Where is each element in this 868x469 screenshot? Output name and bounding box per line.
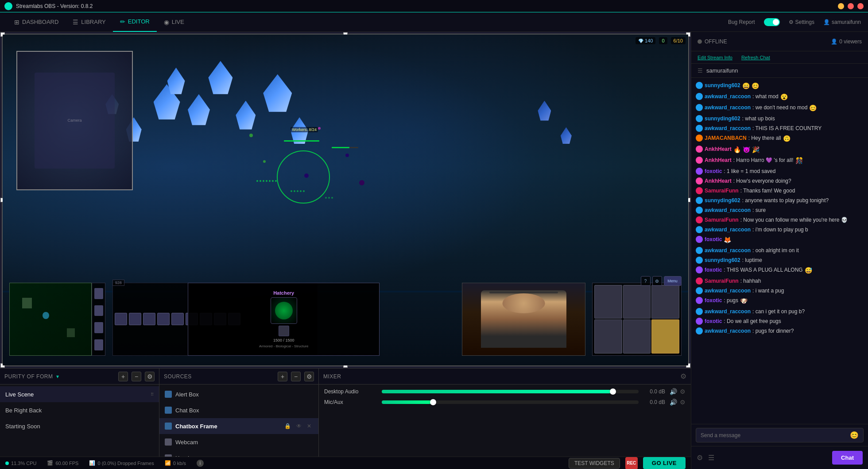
close-button[interactable] <box>857 3 864 9</box>
game-preview: Workers: 8/24 <box>3 35 688 365</box>
chat-username: awkward_raccoon <box>705 226 751 234</box>
mixer-panel: MIXER ⚙ Desktop Audio 0.0 dB 🔊 <box>319 369 691 457</box>
chat-avatar <box>696 168 703 175</box>
source-item-chatboxframe[interactable]: Chatbox Frame 🔒 👁 ✕ <box>159 418 318 434</box>
test-widgets-button[interactable]: TEST WIDGETS <box>569 458 620 469</box>
scene-remove-button[interactable]: − <box>132 372 141 381</box>
source-settings-button[interactable]: ⚙ <box>304 372 314 381</box>
chat-emote: 🐶 <box>740 296 748 306</box>
chat-username: foxotic <box>705 266 722 274</box>
settings-button[interactable]: ⚙ Settings <box>789 19 814 25</box>
nav-dashboard[interactable]: ⊞ DASHBOARD <box>7 12 66 32</box>
app-title: Streamlabs OBS - Version: 0.8.2 <box>16 3 93 9</box>
mixer-panel-header: MIXER ⚙ <box>319 369 691 384</box>
mic-aux-track[interactable] <box>382 400 639 404</box>
source-delete-button[interactable]: ✕ <box>305 422 313 430</box>
chat-message-input[interactable] <box>701 432 850 438</box>
cpu-indicator <box>5 461 9 465</box>
bug-report-label[interactable]: Bug Report <box>728 19 755 25</box>
toggle-knob <box>773 19 779 25</box>
source-item-chatbox[interactable]: Chat Box <box>159 402 318 418</box>
record-button[interactable]: REC <box>625 457 638 469</box>
source-item-alertbox[interactable]: Alert Box <box>159 386 318 402</box>
username-button[interactable]: 👤 samuraifunn <box>823 19 861 25</box>
chat-emote: 🦊 <box>724 235 731 245</box>
toggle-switch[interactable] <box>764 18 780 26</box>
desktop-settings-button[interactable]: ⚙ <box>680 388 686 395</box>
chat-avatar <box>696 327 703 334</box>
mic-settings-button[interactable]: ⚙ <box>680 399 686 406</box>
chat-avatar <box>696 308 703 315</box>
chat-username: foxotic <box>705 317 722 325</box>
scene-add-button[interactable]: + <box>118 372 128 381</box>
window-controls <box>838 3 864 9</box>
scene-panel: PURITY OF FORM ▾ + − ⚙ Live Scene ⠿ Be R… <box>0 369 159 457</box>
scene-settings-button[interactable]: ⚙ <box>145 372 155 381</box>
unit-icon-bar <box>92 283 105 356</box>
nav-library[interactable]: ☰ LIBRARY <box>66 12 112 32</box>
chat-settings-icon[interactable]: ⚙ <box>697 454 703 462</box>
bitrate-icon: 📶 <box>165 460 171 466</box>
game-inset-camera: Camera <box>16 51 133 190</box>
chat-message: foxotic🦊 <box>696 235 864 245</box>
scene-panel-title: PURITY OF FORM ▾ <box>4 373 115 380</box>
mic-mute-button[interactable]: 🔊 <box>670 399 677 406</box>
maximize-button[interactable] <box>848 3 854 9</box>
chat-avatar <box>696 287 703 294</box>
game-hud-top: 💎 140 0 6/10 <box>636 37 686 44</box>
hp-bar-1 <box>284 140 319 142</box>
chat-text: : luptime <box>742 256 762 264</box>
chat-text: : pugs for dinner? <box>752 327 794 335</box>
chat-text: : can i get it on pug b? <box>752 308 805 315</box>
chat-username: SamuraiFunn <box>705 187 739 195</box>
minimize-button[interactable] <box>838 3 844 9</box>
info-icon: ℹ <box>197 460 204 467</box>
chat-message: AnkhHeart: How's everyone doing? <box>696 177 864 185</box>
chat-text: : Thanks fam! We good <box>740 187 795 195</box>
chat-avatar <box>696 115 703 122</box>
channel-icon: ☰ <box>698 67 703 74</box>
offline-dot <box>698 39 702 44</box>
settings-icon: ⚙ <box>789 19 794 25</box>
chat-button[interactable]: Chat <box>832 451 863 465</box>
unit-dot-2 <box>263 160 266 163</box>
edit-stream-info-link[interactable]: Edit Stream Info <box>698 55 732 60</box>
chat-avatar <box>696 216 703 223</box>
titlebar: Streamlabs OBS - Version: 0.8.2 <box>0 0 868 12</box>
building-info: Hatchery 1500 / 1500 Armored - Biologica… <box>188 283 380 356</box>
mixer-settings-button[interactable]: ⚙ <box>680 372 686 381</box>
source-lock-button[interactable]: 🔒 <box>283 422 293 430</box>
chat-message: awkward_raccoon: THIS IS A FREE COUNTRY <box>696 124 864 132</box>
chat-list-icon[interactable]: ☰ <box>708 454 714 462</box>
source-remove-button[interactable]: − <box>291 372 301 381</box>
chat-text: : pugs <box>724 296 738 304</box>
desktop-audio-track[interactable] <box>382 390 639 393</box>
scene-item-starting-soon[interactable]: Starting Soon <box>0 418 159 434</box>
nav-editor[interactable]: ✏ EDITOR <box>113 12 157 32</box>
chat-text: : hahhah <box>740 277 761 285</box>
nav-live[interactable]: ◉ LIVE <box>157 12 191 32</box>
crystal-2 <box>167 68 185 94</box>
sources-panel-header: SOURCES + − ⚙ <box>159 369 318 384</box>
chat-username: awkward_raccoon <box>705 246 751 254</box>
source-visibility-button[interactable]: 👁 <box>294 422 303 430</box>
emoji-button[interactable]: 😊 <box>850 431 859 439</box>
refresh-chat-link[interactable]: Refresh Chat <box>741 55 770 60</box>
mic-aux-knob[interactable] <box>430 399 436 405</box>
go-live-button[interactable]: GO LIVE <box>643 457 686 469</box>
scene-item-live[interactable]: Live Scene ⠿ <box>0 386 159 402</box>
chat-emote: 😊 <box>752 81 759 91</box>
scene-dropdown-icon[interactable]: ▾ <box>56 373 59 380</box>
source-add-button[interactable]: + <box>278 372 287 381</box>
status-info[interactable]: ℹ <box>197 460 204 467</box>
source-item-header[interactable]: Header <box>159 450 318 457</box>
desktop-audio-knob[interactable] <box>610 388 616 395</box>
mic-aux-fill <box>382 400 433 404</box>
chat-avatar <box>696 104 703 111</box>
chat-username: sunnyding602 <box>705 196 740 204</box>
scene-item-brb[interactable]: Be Right Back <box>0 402 159 418</box>
source-item-webcam[interactable]: Webcam <box>159 434 318 450</box>
desktop-mute-button[interactable]: 🔊 <box>670 388 677 395</box>
worker-label: Workers: 8/24 <box>291 127 318 132</box>
chat-text: : 1 like = 1 mod saved <box>724 167 775 175</box>
